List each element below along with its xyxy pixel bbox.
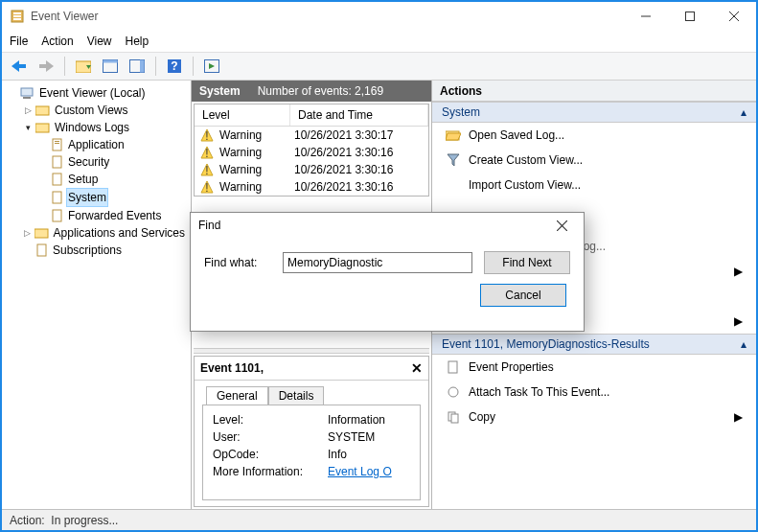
folder-icon (35, 104, 51, 116)
action-copy-submenu[interactable]: Copy▶ (432, 405, 756, 429)
properties-icon (446, 359, 461, 375)
detail-tabs: General Details (206, 386, 428, 405)
chevron-right-icon: ▶ (734, 265, 743, 278)
tree-setup[interactable]: Setup (36, 171, 189, 188)
table-row[interactable]: !Warning10/26/2021 3:30:16 (195, 161, 428, 178)
status-text: In progress... (51, 514, 118, 527)
detail-properties: Level:Information User:SYSTEM OpCode:Inf… (202, 405, 421, 500)
event-detail-pane: Event 1101, ✕ General Details Level:Info… (194, 356, 429, 507)
status-label: Action: (10, 514, 45, 527)
menu-view[interactable]: View (87, 35, 112, 48)
action-create-custom-view[interactable]: Create Custom View... (432, 148, 756, 173)
action-pane-button[interactable] (200, 55, 223, 78)
svg-rect-24 (35, 106, 49, 115)
table-row[interactable]: !Warning10/26/2021 3:30:16 (195, 144, 428, 161)
tree-apps-services[interactable]: ▷Applications and Services (21, 224, 189, 242)
svg-marker-44 (446, 133, 461, 140)
tree-windows-logs[interactable]: ▾Windows Logs (21, 119, 189, 136)
minimize-button[interactable] (624, 2, 668, 31)
tree-application[interactable]: Application (36, 136, 189, 153)
svg-rect-49 (448, 361, 457, 373)
cancel-button[interactable]: Cancel (480, 284, 566, 307)
find-close-button[interactable] (547, 215, 576, 236)
computer-icon (20, 86, 35, 100)
forward-button[interactable] (34, 55, 57, 78)
prop-level-key: Level: (213, 413, 328, 427)
tab-general[interactable]: General (206, 386, 268, 405)
menu-action[interactable]: Action (41, 35, 73, 48)
prop-opcode-val: Info (328, 448, 347, 461)
warning-icon: ! (200, 180, 216, 194)
tree-security[interactable]: Security (36, 153, 189, 171)
subscriptions-icon (35, 243, 49, 257)
list-columns: Level Date and Time (195, 104, 428, 127)
import-icon (446, 177, 461, 193)
toolbar-separator (193, 57, 194, 76)
table-row[interactable]: !Warning10/26/2021 3:30:16 (195, 178, 428, 196)
action-event-properties[interactable]: Event Properties (432, 355, 756, 380)
svg-marker-8 (11, 60, 19, 72)
table-row[interactable]: !Warning10/26/2021 3:30:17 (195, 127, 428, 144)
tab-details[interactable]: Details (268, 386, 325, 405)
prop-moreinfo-key: More Information: (213, 465, 328, 478)
tree-system[interactable]: System (36, 188, 189, 207)
collapse-icon[interactable]: ▴ (741, 105, 747, 119)
action-open-saved-log[interactable]: Open Saved Log... (432, 123, 756, 148)
find-dialog-titlebar[interactable]: Find (191, 213, 584, 238)
svg-rect-28 (55, 143, 59, 144)
window-buttons (624, 2, 756, 31)
menubar: File Action View Help (2, 31, 756, 52)
svg-rect-26 (53, 139, 61, 150)
svg-rect-1 (13, 12, 21, 14)
back-button[interactable] (8, 55, 31, 78)
actions-group-system[interactable]: System▴ (432, 102, 756, 123)
panel-button-1[interactable] (99, 55, 122, 78)
event-log-online-link[interactable]: Event Log O (328, 465, 392, 478)
maximize-button[interactable] (668, 2, 712, 31)
close-button[interactable] (712, 2, 756, 31)
svg-marker-10 (46, 60, 54, 72)
action-attach-task-event[interactable]: Attach Task To This Event... (432, 380, 756, 405)
list-rows: !Warning10/26/2021 3:30:17 !Warning10/26… (195, 127, 428, 196)
svg-rect-34 (37, 244, 46, 256)
tree-panel: Event Viewer (Local) ▷Custom Views ▾Wind… (2, 81, 192, 509)
svg-marker-21 (209, 63, 215, 69)
splitter[interactable] (194, 348, 429, 354)
svg-rect-31 (53, 192, 61, 203)
tree-forwarded[interactable]: Forwarded Events (36, 207, 189, 224)
action-import-custom-view[interactable]: Import Custom View... (432, 173, 756, 197)
tree-custom-views[interactable]: ▷Custom Views (21, 102, 189, 119)
find-what-label: Find what: (204, 256, 271, 269)
warning-icon: ! (200, 146, 216, 159)
prop-opcode-key: OpCode: (213, 448, 328, 461)
find-what-input[interactable] (283, 252, 472, 273)
column-level[interactable]: Level (195, 104, 290, 126)
actions-group-event[interactable]: Event 1101, MemoryDiagnostics-Results▴ (432, 334, 756, 355)
svg-rect-30 (53, 173, 61, 185)
task-icon (446, 384, 461, 400)
collapse-icon[interactable]: ▴ (741, 337, 747, 351)
svg-text:!: ! (205, 164, 208, 176)
help-button[interactable]: ? (163, 55, 186, 78)
folder-icon (34, 227, 50, 239)
chevron-right-icon: ▶ (734, 314, 743, 328)
tree-root[interactable]: Event Viewer (Local) (6, 84, 189, 102)
show-tree-button[interactable] (72, 55, 95, 78)
titlebar: Event Viewer (2, 2, 756, 31)
center-header: System Number of events: 2,169 (192, 81, 431, 102)
find-next-button[interactable]: Find Next (484, 251, 570, 274)
menu-file[interactable]: File (10, 35, 28, 48)
column-datetime[interactable]: Date and Time (290, 104, 428, 126)
warning-icon: ! (200, 163, 216, 176)
prop-level-val: Information (328, 413, 385, 427)
svg-rect-32 (53, 210, 61, 221)
menu-help[interactable]: Help (126, 35, 149, 48)
svg-rect-23 (23, 97, 31, 99)
nav-tree[interactable]: Event Viewer (Local) ▷Custom Views ▾Wind… (4, 84, 189, 259)
event-list[interactable]: Level Date and Time !Warning10/26/2021 3… (194, 104, 429, 197)
detail-close-icon[interactable]: ✕ (411, 360, 423, 376)
svg-rect-15 (103, 60, 118, 63)
svg-text:!: ! (205, 181, 208, 194)
tree-subscriptions[interactable]: Subscriptions (21, 242, 189, 259)
panel-button-2[interactable] (126, 55, 149, 78)
